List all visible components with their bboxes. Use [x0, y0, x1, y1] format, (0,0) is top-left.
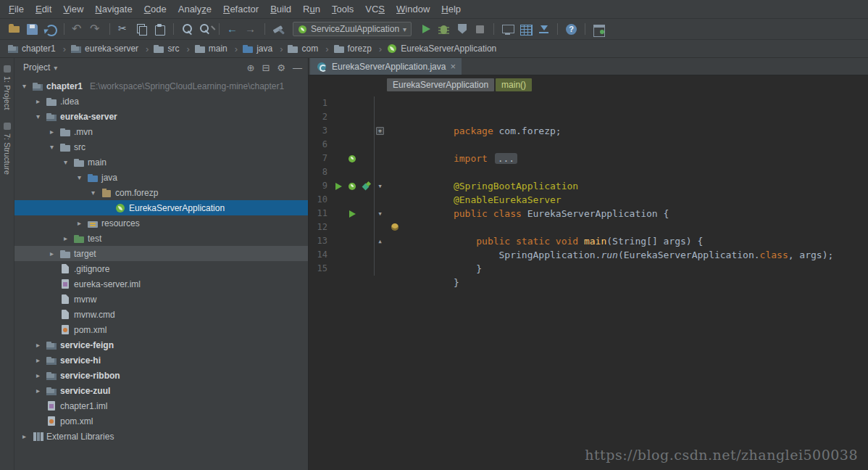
fold-marker[interactable] — [374, 262, 385, 276]
code-area[interactable]: 1 package com.forezp; 2 — [309, 94, 868, 470]
chevron-icon[interactable] — [33, 112, 43, 120]
line-number[interactable]: 13 — [309, 234, 330, 248]
fold-marker[interactable] — [374, 124, 385, 138]
copy-icon[interactable] — [133, 21, 150, 38]
save-all-icon[interactable] — [24, 21, 41, 38]
line-number[interactable]: 10 — [309, 193, 330, 207]
tree-item-target[interactable]: target — [14, 246, 308, 261]
tree-item-mvnw[interactable]: mvnw — [14, 292, 308, 307]
breadcrumb-method-chip[interactable]: main() — [496, 78, 532, 91]
menu-tools[interactable]: Tools — [326, 1, 359, 17]
menu-build[interactable]: Build — [264, 1, 297, 17]
tree-item-service-hi[interactable]: service-hi — [14, 352, 308, 368]
synchronize-icon[interactable] — [42, 21, 59, 38]
close-tab-icon[interactable] — [450, 62, 456, 71]
line-number[interactable]: 14 — [309, 248, 330, 262]
tree-item-test[interactable]: test — [14, 231, 308, 246]
build-project-icon[interactable] — [270, 21, 287, 38]
line-number[interactable]: 12 — [309, 220, 330, 234]
tree-item-service-ribbon[interactable]: service-ribbon — [14, 368, 308, 383]
stop-icon[interactable] — [472, 21, 488, 38]
path-forezp[interactable]: forezp — [333, 44, 387, 54]
tree-item-chapter1-iml[interactable]: chapter1.iml — [14, 398, 308, 413]
line-number[interactable]: 7 — [309, 152, 330, 165]
tree-item-root-pom-xml[interactable]: pom.xml — [14, 413, 308, 429]
menu-help[interactable]: Help — [435, 1, 467, 17]
chevron-icon[interactable] — [33, 341, 43, 349]
spring-icon[interactable] — [348, 154, 356, 163]
path-java[interactable]: java — [242, 44, 287, 54]
open-project-icon[interactable] — [6, 21, 22, 38]
chevron-icon[interactable] — [75, 173, 84, 181]
tree-item-service-zuul[interactable]: service-zuul — [14, 383, 308, 398]
menu-vcs[interactable]: VCS — [359, 1, 391, 17]
project-structure-icon[interactable] — [591, 21, 607, 38]
fold-marker[interactable] — [374, 152, 385, 165]
help-icon[interactable] — [563, 21, 580, 38]
chevron-icon[interactable] — [20, 432, 29, 440]
run-with-coverage-icon[interactable] — [454, 21, 470, 38]
line-number[interactable]: 3 — [309, 124, 330, 138]
fold-marker[interactable] — [374, 165, 385, 179]
tree-item-mvnw-cmd[interactable]: mvnw.cmd — [14, 307, 308, 322]
chevron-icon[interactable] — [47, 128, 57, 136]
path-eureka-server-application[interactable]: EurekaServerApplication — [386, 44, 499, 54]
menu-refactor[interactable]: Refactor — [217, 1, 264, 17]
menu-navigate[interactable]: Navigate — [89, 1, 138, 17]
tree-item-gitignore[interactable]: .gitignore — [14, 261, 308, 276]
chevron-icon[interactable] — [75, 219, 84, 227]
line-number[interactable]: 9 — [309, 179, 330, 193]
hide-panel-icon[interactable]: — — [293, 63, 302, 73]
chevron-icon[interactable] — [61, 158, 70, 166]
path-main[interactable]: main — [194, 44, 242, 54]
fold-marker[interactable] — [374, 220, 385, 234]
project-view-selector[interactable]: Project — [23, 62, 57, 73]
editor-tab[interactable]: EurekaServerApplication.java — [310, 58, 462, 75]
menu-window[interactable]: Window — [391, 1, 435, 17]
redo-icon[interactable] — [88, 21, 104, 38]
chevron-icon[interactable] — [20, 82, 29, 90]
run-icon[interactable] — [334, 182, 343, 191]
path-src[interactable]: src — [153, 44, 193, 54]
forward-icon[interactable] — [243, 21, 259, 38]
tree-item-eureka-server-application[interactable]: EurekaServerApplication — [14, 200, 308, 215]
tree-item-com-forezp[interactable]: com.forezp — [14, 185, 308, 200]
menu-analyze[interactable]: Analyze — [172, 1, 217, 17]
locate-icon[interactable]: ⊕ — [247, 63, 255, 73]
spring-icon[interactable] — [348, 182, 356, 191]
tree-item-service-feign[interactable]: service-feign — [14, 337, 308, 352]
debug-icon[interactable] — [435, 21, 452, 38]
chevron-icon[interactable] — [88, 189, 98, 197]
fold-marker[interactable] — [374, 248, 385, 262]
collapse-all-icon[interactable]: ⊟ — [262, 63, 270, 73]
fold-marker[interactable] — [374, 138, 385, 152]
cut-icon[interactable] — [115, 21, 132, 38]
settings-gear-icon[interactable]: ⚙ — [277, 63, 285, 73]
menu-view[interactable]: View — [57, 1, 89, 17]
line-number[interactable]: 2 — [309, 110, 330, 124]
view-grid-icon[interactable] — [517, 21, 534, 38]
find-icon[interactable] — [179, 21, 196, 38]
back-icon[interactable] — [225, 21, 241, 38]
chevron-icon[interactable] — [33, 371, 43, 379]
tree-item-idea[interactable]: .idea — [14, 94, 308, 109]
run-configuration-select[interactable]: ServiceZuulApplication — [293, 22, 412, 36]
tree-item-eureka-server-iml[interactable]: eureka-server.iml — [14, 276, 308, 292]
fold-marker[interactable] — [374, 193, 385, 207]
tree-item-resources[interactable]: resources — [14, 215, 308, 231]
path-eureka-server[interactable]: eureka-server — [70, 44, 153, 54]
chevron-icon[interactable] — [33, 387, 43, 395]
tree-item-java[interactable]: java — [14, 170, 308, 185]
tree-item-external-libraries[interactable]: External Libraries — [14, 429, 308, 444]
menu-file[interactable]: File — [3, 1, 30, 17]
undo-icon[interactable] — [70, 21, 86, 38]
fold-marker[interactable] — [374, 96, 385, 110]
tool-button-project[interactable]: 1: Project — [3, 65, 12, 110]
tree-item-pom-xml[interactable]: pom.xml — [14, 322, 308, 337]
tree-item-src[interactable]: src — [14, 139, 308, 154]
breadcrumb-class-chip[interactable]: EurekaServerApplication — [387, 78, 494, 91]
update-project-icon[interactable] — [535, 21, 552, 38]
replace-icon[interactable] — [197, 21, 214, 38]
path-com[interactable]: com — [287, 44, 333, 54]
line-number[interactable]: 6 — [309, 138, 330, 152]
